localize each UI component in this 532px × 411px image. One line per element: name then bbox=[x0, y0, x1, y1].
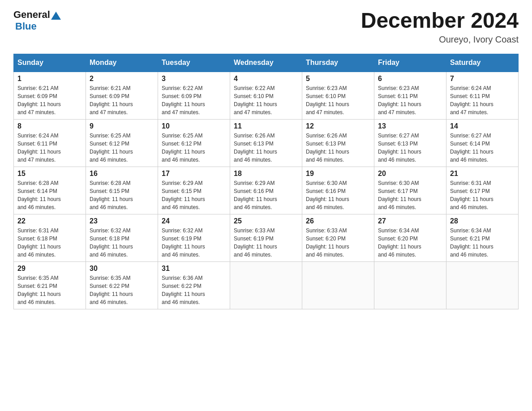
calendar-cell: 17Sunrise: 6:29 AMSunset: 6:15 PMDayligh… bbox=[158, 167, 230, 214]
calendar-cell: 18Sunrise: 6:29 AMSunset: 6:16 PMDayligh… bbox=[230, 167, 302, 214]
day-number: 1 bbox=[17, 75, 82, 83]
day-info: Sunrise: 6:34 AMSunset: 6:21 PMDaylight:… bbox=[450, 227, 515, 259]
day-info: Sunrise: 6:25 AMSunset: 6:12 PMDaylight:… bbox=[90, 132, 154, 164]
calendar-cell: 13Sunrise: 6:27 AMSunset: 6:13 PMDayligh… bbox=[374, 119, 446, 167]
weekday-header-saturday: Saturday bbox=[446, 54, 519, 72]
day-info: Sunrise: 6:33 AMSunset: 6:19 PMDaylight:… bbox=[234, 227, 298, 259]
calendar-cell: 1Sunrise: 6:21 AMSunset: 6:09 PMDaylight… bbox=[14, 72, 86, 120]
day-number: 19 bbox=[306, 170, 370, 178]
day-number: 24 bbox=[162, 217, 226, 225]
day-info: Sunrise: 6:22 AMSunset: 6:09 PMDaylight:… bbox=[162, 84, 226, 116]
calendar-cell: 20Sunrise: 6:30 AMSunset: 6:17 PMDayligh… bbox=[374, 167, 446, 214]
weekday-header-tuesday: Tuesday bbox=[158, 54, 230, 72]
day-number: 22 bbox=[17, 217, 82, 225]
calendar-cell: 4Sunrise: 6:22 AMSunset: 6:10 PMDaylight… bbox=[230, 72, 302, 120]
day-number: 21 bbox=[450, 170, 515, 178]
day-info: Sunrise: 6:36 AMSunset: 6:22 PMDaylight:… bbox=[162, 274, 226, 306]
day-number: 20 bbox=[378, 170, 442, 178]
calendar-cell: 22Sunrise: 6:31 AMSunset: 6:18 PMDayligh… bbox=[14, 214, 86, 261]
calendar-cell: 7Sunrise: 6:24 AMSunset: 6:11 PMDaylight… bbox=[446, 72, 519, 120]
day-number: 16 bbox=[90, 170, 154, 178]
logo-triangle-icon bbox=[51, 11, 61, 20]
day-number: 4 bbox=[234, 75, 298, 83]
calendar-cell: 21Sunrise: 6:31 AMSunset: 6:17 PMDayligh… bbox=[446, 167, 519, 214]
logo-blue-text: Blue bbox=[15, 21, 37, 32]
day-number: 15 bbox=[17, 170, 82, 178]
day-info: Sunrise: 6:21 AMSunset: 6:09 PMDaylight:… bbox=[17, 84, 82, 116]
calendar-table: SundayMondayTuesdayWednesdayThursdayFrid… bbox=[13, 54, 519, 309]
calendar-week-row: 15Sunrise: 6:28 AMSunset: 6:14 PMDayligh… bbox=[14, 167, 519, 214]
month-title: December 2024 bbox=[361, 9, 519, 33]
day-info: Sunrise: 6:30 AMSunset: 6:17 PMDaylight:… bbox=[378, 179, 442, 211]
calendar-cell bbox=[374, 261, 446, 309]
day-number: 3 bbox=[162, 75, 226, 83]
calendar-cell: 2Sunrise: 6:21 AMSunset: 6:09 PMDaylight… bbox=[86, 72, 158, 120]
calendar-cell: 10Sunrise: 6:25 AMSunset: 6:12 PMDayligh… bbox=[158, 119, 230, 167]
day-info: Sunrise: 6:29 AMSunset: 6:15 PMDaylight:… bbox=[162, 179, 226, 211]
day-number: 13 bbox=[378, 122, 442, 130]
day-number: 6 bbox=[378, 75, 442, 83]
day-number: 7 bbox=[450, 75, 515, 83]
weekday-header-thursday: Thursday bbox=[302, 54, 374, 72]
day-info: Sunrise: 6:31 AMSunset: 6:17 PMDaylight:… bbox=[450, 179, 515, 211]
day-number: 14 bbox=[450, 122, 515, 130]
day-info: Sunrise: 6:25 AMSunset: 6:12 PMDaylight:… bbox=[162, 132, 226, 164]
svg-marker-0 bbox=[51, 12, 61, 20]
day-info: Sunrise: 6:24 AMSunset: 6:11 PMDaylight:… bbox=[450, 84, 515, 116]
calendar-cell: 14Sunrise: 6:27 AMSunset: 6:14 PMDayligh… bbox=[446, 119, 519, 167]
day-info: Sunrise: 6:27 AMSunset: 6:14 PMDaylight:… bbox=[450, 132, 515, 164]
calendar-cell: 3Sunrise: 6:22 AMSunset: 6:09 PMDaylight… bbox=[158, 72, 230, 120]
day-number: 27 bbox=[378, 217, 442, 225]
day-number: 10 bbox=[162, 122, 226, 130]
calendar-cell: 26Sunrise: 6:33 AMSunset: 6:20 PMDayligh… bbox=[302, 214, 374, 261]
calendar-week-row: 29Sunrise: 6:35 AMSunset: 6:21 PMDayligh… bbox=[14, 261, 519, 309]
day-info: Sunrise: 6:35 AMSunset: 6:21 PMDaylight:… bbox=[17, 274, 82, 306]
day-number: 25 bbox=[234, 217, 298, 225]
day-number: 18 bbox=[234, 170, 298, 178]
calendar-week-row: 1Sunrise: 6:21 AMSunset: 6:09 PMDaylight… bbox=[14, 72, 519, 120]
day-info: Sunrise: 6:32 AMSunset: 6:19 PMDaylight:… bbox=[162, 227, 226, 259]
calendar-cell: 31Sunrise: 6:36 AMSunset: 6:22 PMDayligh… bbox=[158, 261, 230, 309]
day-info: Sunrise: 6:35 AMSunset: 6:22 PMDaylight:… bbox=[90, 274, 154, 306]
day-number: 30 bbox=[90, 265, 154, 273]
day-info: Sunrise: 6:26 AMSunset: 6:13 PMDaylight:… bbox=[306, 132, 370, 164]
calendar-cell: 6Sunrise: 6:23 AMSunset: 6:11 PMDaylight… bbox=[374, 72, 446, 120]
day-number: 9 bbox=[90, 122, 154, 130]
day-info: Sunrise: 6:32 AMSunset: 6:18 PMDaylight:… bbox=[90, 227, 154, 259]
calendar-header-row: SundayMondayTuesdayWednesdayThursdayFrid… bbox=[14, 54, 519, 72]
day-number: 12 bbox=[306, 122, 370, 130]
logo: General Blue bbox=[13, 9, 61, 32]
day-info: Sunrise: 6:27 AMSunset: 6:13 PMDaylight:… bbox=[378, 132, 442, 164]
calendar-cell: 30Sunrise: 6:35 AMSunset: 6:22 PMDayligh… bbox=[86, 261, 158, 309]
weekday-header-wednesday: Wednesday bbox=[230, 54, 302, 72]
calendar-cell bbox=[230, 261, 302, 309]
day-number: 2 bbox=[90, 75, 154, 83]
day-info: Sunrise: 6:30 AMSunset: 6:16 PMDaylight:… bbox=[306, 179, 370, 211]
day-number: 5 bbox=[306, 75, 370, 83]
calendar-cell: 16Sunrise: 6:28 AMSunset: 6:15 PMDayligh… bbox=[86, 167, 158, 214]
calendar-cell: 15Sunrise: 6:28 AMSunset: 6:14 PMDayligh… bbox=[14, 167, 86, 214]
day-number: 23 bbox=[90, 217, 154, 225]
calendar-cell: 25Sunrise: 6:33 AMSunset: 6:19 PMDayligh… bbox=[230, 214, 302, 261]
calendar-cell: 12Sunrise: 6:26 AMSunset: 6:13 PMDayligh… bbox=[302, 119, 374, 167]
day-number: 29 bbox=[17, 265, 82, 273]
day-info: Sunrise: 6:24 AMSunset: 6:11 PMDaylight:… bbox=[17, 132, 82, 164]
day-info: Sunrise: 6:21 AMSunset: 6:09 PMDaylight:… bbox=[90, 84, 154, 116]
day-info: Sunrise: 6:29 AMSunset: 6:16 PMDaylight:… bbox=[234, 179, 298, 211]
day-number: 17 bbox=[162, 170, 226, 178]
day-info: Sunrise: 6:23 AMSunset: 6:11 PMDaylight:… bbox=[378, 84, 442, 116]
calendar-cell: 19Sunrise: 6:30 AMSunset: 6:16 PMDayligh… bbox=[302, 167, 374, 214]
calendar-cell: 9Sunrise: 6:25 AMSunset: 6:12 PMDaylight… bbox=[86, 119, 158, 167]
calendar-cell: 29Sunrise: 6:35 AMSunset: 6:21 PMDayligh… bbox=[14, 261, 86, 309]
day-info: Sunrise: 6:23 AMSunset: 6:10 PMDaylight:… bbox=[306, 84, 370, 116]
weekday-header-sunday: Sunday bbox=[14, 54, 86, 72]
day-info: Sunrise: 6:22 AMSunset: 6:10 PMDaylight:… bbox=[234, 84, 298, 116]
calendar-cell bbox=[446, 261, 519, 309]
weekday-header-monday: Monday bbox=[86, 54, 158, 72]
calendar-cell: 23Sunrise: 6:32 AMSunset: 6:18 PMDayligh… bbox=[86, 214, 158, 261]
day-info: Sunrise: 6:31 AMSunset: 6:18 PMDaylight:… bbox=[17, 227, 82, 259]
weekday-header-friday: Friday bbox=[374, 54, 446, 72]
logo-general-text: General bbox=[13, 9, 50, 21]
location-title: Oureyo, Ivory Coast bbox=[361, 34, 519, 45]
day-number: 26 bbox=[306, 217, 370, 225]
